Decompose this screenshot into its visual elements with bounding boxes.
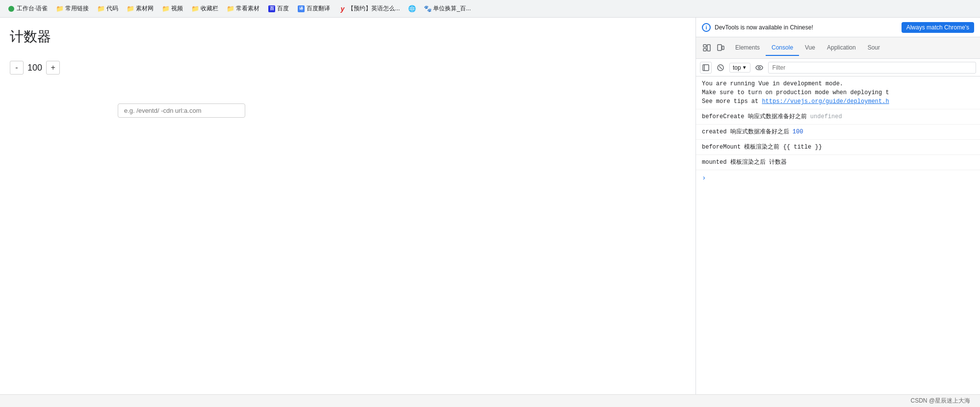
command-input[interactable] <box>118 103 245 118</box>
notification-text: DevTools is now available in Chinese! <box>715 24 898 31</box>
paw-icon: 🐾 <box>424 5 431 12</box>
devtools-toolbar: Elements Console Vue Application Sour <box>696 37 980 59</box>
tab-elements[interactable]: Elements <box>729 40 766 56</box>
console-entry-vue-dev: You are running Vue in development mode.… <box>696 76 980 109</box>
console-created-text: created 响应式数据准备好之后 <box>702 128 793 135</box>
devtools-tabs: Elements Console Vue Application Sour <box>729 40 886 56</box>
clear-console-button[interactable] <box>715 62 726 74</box>
bookmark-assets[interactable]: 📁 素材网 <box>123 2 157 15</box>
translate-icon: 译 <box>298 5 305 12</box>
console-before-mount-text: beforeMount 模板渲染之前 {{ title }} <box>702 144 822 151</box>
page-footer: CSDN @星辰迷上大海 <box>0 394 980 407</box>
custom-formatters-button[interactable] <box>753 62 765 74</box>
svg-rect-2 <box>707 45 710 51</box>
page-title: 计数器 <box>10 27 686 46</box>
bookmark-common-links[interactable]: 📁 常用链接 <box>52 2 93 15</box>
svg-rect-4 <box>722 46 724 50</box>
svg-point-9 <box>756 65 763 70</box>
inspect-element-button[interactable] <box>700 41 714 55</box>
bookmark-code[interactable]: 📁 代码 <box>94 2 122 15</box>
console-mounted-text: mounted 模板渲染之后 计数器 <box>702 159 787 166</box>
green-dot-icon <box>8 5 15 12</box>
console-output: You are running Vue in development mode.… <box>696 76 980 394</box>
filter-input[interactable] <box>768 62 976 74</box>
command-input-wrapper <box>118 103 245 118</box>
console-number-value: 100 <box>793 128 803 135</box>
console-undefined-value: undefined <box>810 113 842 120</box>
decrement-button[interactable]: - <box>10 61 24 75</box>
devtools-panel: i DevTools is now available in Chinese! … <box>696 18 980 394</box>
increment-button[interactable]: + <box>46 61 60 75</box>
tab-application[interactable]: Application <box>821 40 862 56</box>
folder-icon: 📁 <box>127 5 134 12</box>
svg-line-8 <box>719 66 722 69</box>
bookmark-unit-converter[interactable]: 🐾 单位换算_百... <box>420 2 475 15</box>
bookmark-youdao[interactable]: y 【预约】英语怎么... <box>335 2 404 15</box>
folder-icon: 📁 <box>162 5 169 12</box>
devtools-secondary-toolbar: top ▼ <box>696 59 980 76</box>
svg-rect-3 <box>718 45 722 51</box>
tab-console[interactable]: Console <box>766 40 799 56</box>
console-entry-before-create: beforeCreate 响应式数据准备好之前 undefined <box>696 109 980 125</box>
sidebar-toggle-button[interactable] <box>700 62 712 74</box>
counter-display: 100 <box>27 63 42 73</box>
bookmark-favorites[interactable]: 📁 收藏栏 <box>188 2 222 15</box>
vue-docs-link[interactable]: https://vuejs.org/guide/deployment.h <box>762 98 889 105</box>
folder-icon: 📁 <box>192 5 199 12</box>
always-match-button[interactable]: Always match Chrome's <box>902 22 974 33</box>
device-toolbar-button[interactable] <box>714 41 727 55</box>
folder-icon: 📁 <box>98 5 104 12</box>
bookmark-workbench[interactable]: 工作台·语雀 <box>4 2 52 15</box>
bookmark-baidu-translate[interactable]: 译 百度翻译 <box>294 2 334 15</box>
svg-rect-1 <box>703 49 706 51</box>
svg-rect-0 <box>703 45 706 47</box>
svg-point-10 <box>758 67 760 69</box>
tab-vue[interactable]: Vue <box>799 40 821 56</box>
page-content: 计数器 - 100 + <box>0 18 696 394</box>
footer-text: CSDN @星辰迷上大海 <box>910 397 970 404</box>
console-before-create-text: beforeCreate 响应式数据准备好之前 <box>702 113 810 120</box>
svg-rect-5 <box>703 65 709 71</box>
bookmark-video[interactable]: 📁 视频 <box>158 2 187 15</box>
info-circle-icon: i <box>702 23 711 32</box>
bookmark-baidu[interactable]: 百 百度 <box>264 2 293 15</box>
console-prompt[interactable]: › <box>696 170 980 186</box>
youdao-icon: y <box>339 5 346 12</box>
chevron-down-icon: ▼ <box>742 65 747 70</box>
console-entry-created: created 响应式数据准备好之后 100 <box>696 125 980 140</box>
console-entry-before-mount: beforeMount 模板渲染之前 {{ title }} <box>696 140 980 155</box>
folder-icon: 📁 <box>56 5 63 12</box>
counter-area: - 100 + <box>10 61 686 75</box>
tab-sources[interactable]: Sour <box>862 40 886 56</box>
context-selector[interactable]: top ▼ <box>729 63 750 73</box>
folder-icon: 📁 <box>227 5 234 12</box>
bookmark-globe[interactable]: 🌐 <box>405 3 419 14</box>
bookmark-often-read[interactable]: 📁 常看素材 <box>223 2 263 15</box>
baidu-icon: 百 <box>268 5 275 12</box>
globe-icon: 🌐 <box>409 5 415 12</box>
console-text: You are running Vue in development mode.… <box>702 79 974 106</box>
console-entry-mounted: mounted 模板渲染之后 计数器 <box>696 155 980 170</box>
devtools-notification-bar: i DevTools is now available in Chinese! … <box>696 18 980 37</box>
bookmarks-bar: 工作台·语雀 📁 常用链接 📁 代码 📁 素材网 📁 视频 📁 收藏栏 📁 常看… <box>0 0 980 18</box>
